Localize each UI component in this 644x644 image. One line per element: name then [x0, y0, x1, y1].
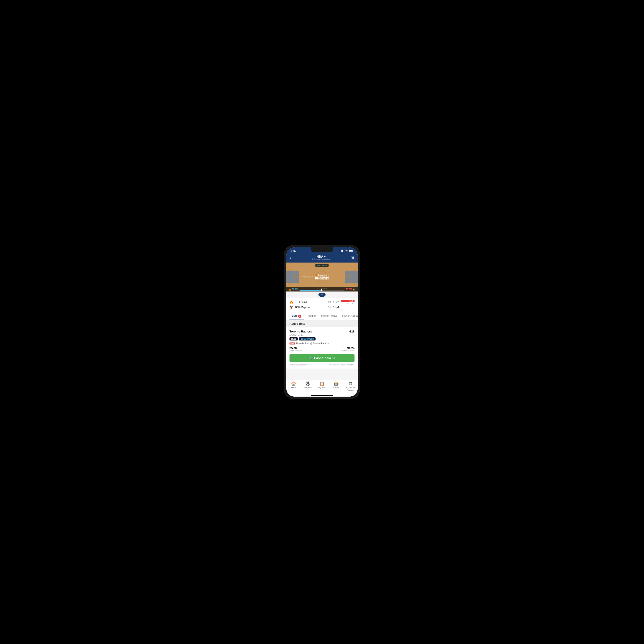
- live-badge: LIVE: [341, 300, 355, 302]
- header-title: NBA ▾: [312, 255, 330, 258]
- tor-record: 31 3: [328, 306, 334, 309]
- game-clock: 10:41: [322, 264, 327, 267]
- raptors-emoji-fg: 🦅: [353, 288, 355, 291]
- wager-block: $5.00 TOTAL WAGER: [289, 346, 302, 352]
- fg-bar-dot: [321, 289, 322, 291]
- tor-wins: 31: [328, 306, 331, 309]
- suns-emoji-fg: 🔥: [289, 288, 291, 291]
- fg-bar: [300, 290, 344, 291]
- tab-popular[interactable]: Popular: [304, 312, 318, 320]
- bottom-nav: 🏠 Home ⚽ All Sports 📋 My Bets 🎰 Casino □…: [286, 380, 358, 393]
- home-indicator: [311, 395, 333, 396]
- scroll-content: 🔥 PHX Suns 23 2 25 LIVE 2nd - 10': [286, 298, 358, 380]
- phx-record: 23 2: [328, 301, 334, 304]
- home-label: Home: [291, 387, 296, 389]
- bets-badge: 1: [298, 315, 301, 318]
- casino-label: Casino: [333, 387, 339, 389]
- svg-rect-2: [349, 250, 352, 251]
- wifi-icon: [345, 250, 348, 252]
- app-header: ‹ NBA ▾ 9 Games Available ⊞: [286, 253, 358, 263]
- collapse-section: ∨: [286, 291, 358, 298]
- possession-emoji: 🔥: [315, 274, 317, 277]
- court-area: 2nd | 10:41 FANDUEL SPORTSBOOK 🔥 Possess…: [286, 263, 358, 291]
- fg-left: 🔥 52.6%: [289, 288, 298, 291]
- phx-wins: 23: [328, 301, 331, 304]
- field-goal-bar: 🔥 52.6% FIELD GOAL % 55.6% 🦅: [286, 287, 358, 291]
- phone-device: 8:07 ▐▌: [284, 245, 360, 399]
- possession-display: 🔥 Possession PHOENIX: [315, 274, 329, 280]
- notch: [311, 247, 333, 252]
- betslip-icon[interactable]: ⊞: [351, 255, 354, 260]
- svg-rect-6: [286, 271, 299, 283]
- cashout-button[interactable]: 🛒 Cashout $4.36: [289, 354, 355, 362]
- tab-player-points[interactable]: Player Points: [318, 312, 340, 320]
- payout-block: $9.24 TOTAL PAYOUT: [341, 346, 355, 352]
- fg-bar-fill: [300, 290, 322, 291]
- score-section: 🔥 PHX Suns 23 2 25 LIVE 2nd - 10': [286, 298, 358, 312]
- home-icon: 🏠: [291, 381, 296, 386]
- active-bets-header: Active Bets: [286, 320, 358, 327]
- bet-card: Toronto Raptors -118 MONEYLINE $5.00 BON…: [286, 327, 358, 369]
- bet-placed: PLACED: 1/11/2022 8:07PM ET: [329, 364, 355, 366]
- live-badge-area: LIVE 2nd - 10': [341, 300, 355, 304]
- raptors-fg-pct: 55.6%: [346, 288, 352, 291]
- status-time: 8:07: [291, 249, 297, 253]
- wager-label: TOTAL WAGER: [289, 350, 302, 352]
- tor-score: 34: [334, 305, 339, 309]
- live-time: 2nd - 10': [341, 302, 355, 304]
- wager-value: $5.00: [289, 346, 302, 350]
- payout-value: $9.24: [341, 346, 355, 350]
- bet-amount-tag: $5.00: [289, 337, 298, 340]
- phx-emoji: 🔥: [289, 300, 293, 304]
- svg-rect-9: [345, 271, 358, 283]
- nav-home[interactable]: 🏠 Home: [286, 381, 301, 391]
- suns-fg-pct: 52.6%: [292, 288, 298, 291]
- team-row-phx: 🔥 PHX Suns 23 2 25 LIVE 2nd - 10': [289, 300, 355, 304]
- phx-team-info: 🔥 PHX Suns: [289, 300, 328, 304]
- possession-label: 🔥 Possession: [315, 274, 329, 277]
- tor-team-info: 🦅 TOR Raptors: [289, 306, 328, 309]
- quarter-badge: 2nd | 10:41: [315, 264, 329, 267]
- signal-icon: ▐▌: [341, 250, 344, 252]
- bet-team: Toronto Raptors: [289, 330, 312, 333]
- casino-icon: 🎰: [334, 381, 339, 386]
- nav-account[interactable]: □ $1,093.15 Account: [343, 381, 358, 391]
- cashout-label: Cashout $4.36: [314, 356, 335, 360]
- header-center: NBA ▾ 9 Games Available: [312, 255, 330, 261]
- nav-my-bets[interactable]: 📋 My Bets: [315, 381, 329, 391]
- match-label: Phoenix Suns @ Toronto Raptors: [296, 342, 329, 345]
- payout-label: TOTAL PAYOUT: [341, 350, 355, 352]
- my-bets-label: My Bets: [318, 387, 326, 389]
- all-sports-icon: ⚽: [305, 381, 310, 386]
- bet-odds: -118: [349, 330, 355, 333]
- tab-bets[interactable]: Bets1: [289, 312, 304, 320]
- bonus-tag: BONUS USED: [299, 337, 316, 340]
- account-icon: □: [349, 381, 352, 386]
- phx-team-name: PHX Suns: [295, 301, 307, 304]
- nav-all-sports[interactable]: ⚽ All Sports: [301, 381, 315, 391]
- fg-right: 55.6% 🦅: [346, 288, 355, 291]
- bet-match: LIVE Phoenix Suns @ Toronto Raptors: [289, 342, 355, 345]
- all-sports-label: All Sports: [304, 387, 312, 389]
- phx-score: 25: [334, 300, 339, 304]
- battery-icon: [349, 250, 353, 252]
- tor-emoji: 🦅: [289, 306, 293, 309]
- account-label: Account: [347, 389, 354, 391]
- bet-footer: BET ID: O/0069546/0000036 PLACED: 1/11/2…: [289, 364, 355, 366]
- nav-casino[interactable]: 🎰 Casino: [329, 381, 343, 391]
- back-button[interactable]: ‹: [290, 255, 291, 260]
- status-icons: ▐▌: [341, 250, 353, 252]
- svg-rect-1: [353, 250, 353, 251]
- collapse-button[interactable]: ∨: [318, 293, 326, 297]
- phone-screen: 8:07 ▐▌: [286, 247, 358, 397]
- bet-tabs: Bets1 Popular Player Points Player Rebou…: [286, 312, 358, 320]
- bet-header: Toronto Raptors -118: [289, 330, 355, 333]
- bet-id: BET ID: O/0069546/0000036: [289, 364, 312, 366]
- bet-type: MONEYLINE: [289, 334, 355, 336]
- tor-team-name: TOR Raptors: [295, 306, 310, 309]
- live-mini-badge: LIVE: [289, 342, 295, 344]
- tab-player-rebounds[interactable]: Player Rebou...: [340, 312, 358, 320]
- header-subtitle: 9 Games Available: [312, 258, 330, 261]
- bet-tags: $5.00 BONUS USED: [289, 337, 355, 340]
- cashout-icon: 🛒: [309, 356, 313, 360]
